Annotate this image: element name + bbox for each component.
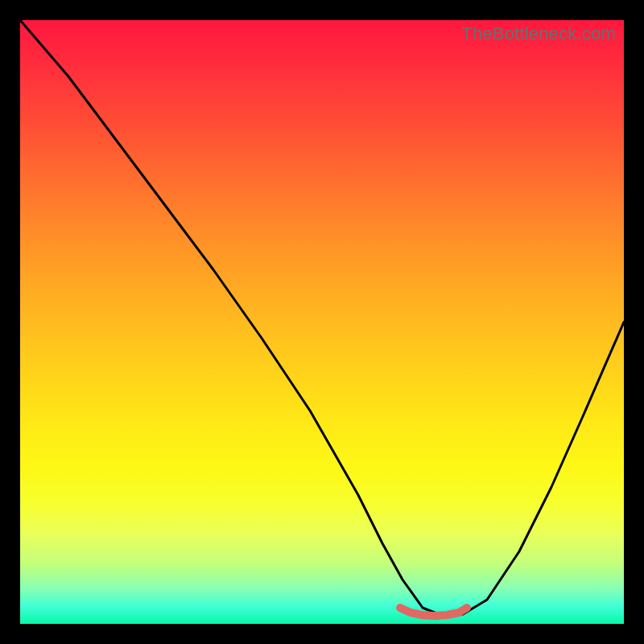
chart-frame: TheBottleneck.com xyxy=(0,0,644,644)
bottleneck-curve xyxy=(20,20,624,616)
highlight-segment xyxy=(400,608,467,616)
plot-area: TheBottleneck.com xyxy=(20,20,624,624)
curve-svg xyxy=(20,20,624,624)
